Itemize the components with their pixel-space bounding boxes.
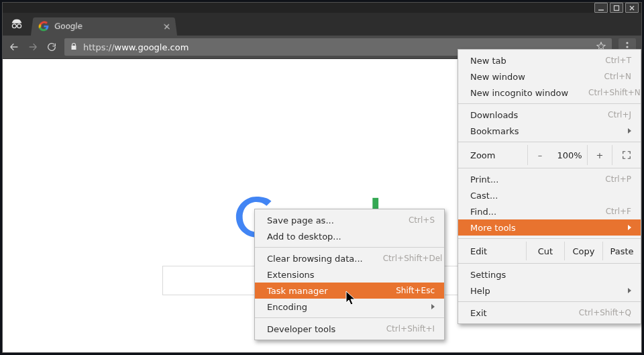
submenu-encoding[interactable]: Encoding [255,299,444,315]
edit-copy-button[interactable]: Copy [564,242,602,260]
tab-google[interactable]: Google × [31,17,177,36]
window-titlebar [3,3,641,13]
tab-strip: Google × [3,13,641,36]
svg-point-4 [12,24,16,28]
menu-separator [255,247,444,248]
menu-separator [458,238,641,239]
zoom-level: 100% [552,150,587,160]
nav-back-button[interactable] [8,41,20,53]
menu-edit-row: Edit Cut Copy Paste [458,242,641,260]
menu-separator [458,142,641,142]
zoom-out-button[interactable]: – [527,145,552,165]
menu-item-new-tab[interactable]: New tabCtrl+T [458,52,641,68]
menu-item-new-incognito[interactable]: New incognito windowCtrl+Shift+N [458,85,641,101]
menu-item-new-window[interactable]: New windowCtrl+N [458,68,641,85]
tab-title: Google [54,22,83,32]
menu-item-more-tools[interactable]: More tools [458,219,641,236]
nav-forward-button[interactable] [27,41,39,53]
submenu-save-page[interactable]: Save page as...Ctrl+S [255,212,444,228]
menu-separator [255,317,444,318]
menu-item-cast[interactable]: Cast... [458,187,641,203]
menu-zoom-row: Zoom – 100% + [458,145,641,165]
menu-separator [458,168,641,168]
submenu-task-manager[interactable]: Task managerShift+Esc [255,283,444,299]
lock-icon [70,42,78,53]
svg-point-7 [626,46,628,48]
zoom-in-button[interactable]: + [587,145,612,165]
incognito-icon [9,17,24,32]
submenu-developer-tools[interactable]: Developer toolsCtrl+Shift+I [255,321,444,337]
fullscreen-button[interactable] [612,145,641,165]
window-minimize-button[interactable] [594,3,608,13]
tab-close-icon[interactable]: × [162,22,171,32]
menu-item-print[interactable]: Print...Ctrl+P [458,171,641,187]
edit-label: Edit [458,246,526,256]
nav-reload-button[interactable] [46,41,58,53]
zoom-label: Zoom [458,150,527,160]
menu-separator [458,263,641,264]
window-maximize-button[interactable] [610,3,623,13]
expand-icon [622,150,631,160]
edit-cut-button[interactable]: Cut [526,242,564,260]
menu-item-settings[interactable]: Settings [458,266,641,283]
window-controls [594,3,639,13]
chrome-main-menu: New tabCtrl+T New windowCtrl+N New incog… [458,49,641,324]
menu-item-help[interactable]: Help [458,283,641,299]
google-favicon-icon [38,21,50,32]
submenu-add-to-desktop[interactable]: Add to desktop... [255,228,444,244]
edit-paste-button[interactable]: Paste [602,242,641,260]
menu-separator [458,301,641,302]
menu-item-exit[interactable]: ExitCtrl+Shift+Q [458,305,641,321]
svg-point-6 [626,42,628,44]
svg-point-5 [17,24,21,28]
menu-item-downloads[interactable]: DownloadsCtrl+J [458,107,641,123]
menu-separator [458,103,641,104]
submenu-clear-browsing-data[interactable]: Clear browsing data...Ctrl+Shift+Del [255,250,444,266]
menu-item-find[interactable]: Find...Ctrl+F [458,203,641,219]
menu-item-bookmarks[interactable]: Bookmarks [458,123,641,139]
more-tools-submenu: Save page as...Ctrl+S Add to desktop... … [254,209,445,340]
svg-rect-1 [614,5,619,10]
submenu-extensions[interactable]: Extensions [255,266,444,283]
window-close-button[interactable] [625,3,639,13]
